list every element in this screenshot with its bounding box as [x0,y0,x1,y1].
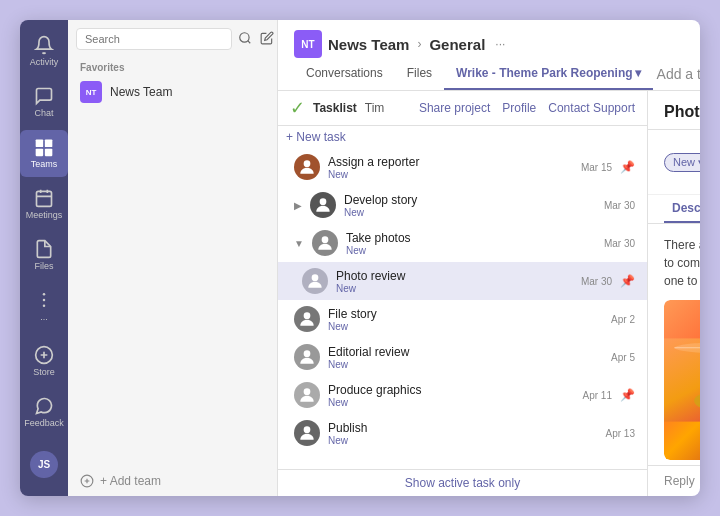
status-badge[interactable]: New ▾ [664,153,700,172]
nav-item-more[interactable]: ... [20,282,68,329]
task-avatar [312,230,338,256]
task-name: Produce graphics [328,383,575,397]
task-avatar [310,192,336,218]
tab-wrike-label: Wrike - Theme Park Reopening [456,66,633,80]
detail-body: There are a lot more photos to come, but… [648,224,700,465]
search-bar [68,20,277,58]
task-name: Develop story [344,193,596,207]
wrike-panel: ✓ Tasklist Tim Share project Profile Con… [278,91,700,496]
task-item[interactable]: Editorial review New Apr 5 [278,338,647,376]
task-toolbar-right: Share project Profile Contact Support [419,101,635,115]
task-item[interactable]: Produce graphics New Apr 11 📌 [278,376,647,414]
sidebar: Favorites NT News Team + Add team [68,20,278,496]
svg-rect-1 [45,140,53,148]
detail-description: There are a lot more photos to come, but… [664,236,700,290]
svg-point-22 [304,350,311,357]
reply-placeholder[interactable]: Reply [664,474,695,488]
nav-label-chat: Chat [34,108,53,118]
tab-description[interactable]: Description [664,195,700,223]
channel-name: General [429,36,485,53]
tasklist-tab-label[interactable]: Tasklist [313,101,357,115]
detail-tabs: Description Subtasks [648,195,700,224]
svg-rect-0 [36,140,44,148]
task-pin-icon: 📌 [620,388,635,402]
svg-point-10 [43,304,46,307]
channel-team-avatar: NT [294,30,322,58]
edit-icon[interactable] [258,29,276,50]
new-task-label: + New task [286,130,346,144]
tab-files[interactable]: Files [395,58,444,90]
task-date: Apr 13 [606,428,635,439]
task-info: Editorial review New [328,345,603,370]
task-item[interactable]: Publish New Apr 13 [278,414,647,452]
person-tab-label[interactable]: Tim [365,101,385,115]
main-panel: NT News Team › General ··· Conversations… [278,20,700,496]
nav-item-activity[interactable]: Activity [20,28,68,75]
add-team-label: + Add team [100,474,161,488]
contact-support-link[interactable]: Contact Support [548,101,635,115]
svg-point-18 [320,198,327,205]
task-avatar [294,420,320,446]
task-toolbar: ✓ Tasklist Tim Share project Profile Con… [278,91,647,126]
task-info: Assign a reporter New [328,155,573,180]
task-info: Produce graphics New [328,383,575,408]
status-badge-label: New [673,156,695,168]
task-status: New [336,283,573,294]
add-team-btn[interactable]: + Add team [68,466,277,496]
collapse-icon[interactable]: ▼ [294,238,304,249]
search-icon[interactable] [236,29,254,50]
nav-item-files[interactable]: Files [20,232,68,279]
sidebar-team-item-newsroom[interactable]: NT News Team [68,77,277,107]
profile-link[interactable]: Profile [502,101,536,115]
task-list: Assign a reporter New Mar 15 📌 ▶ D [278,148,647,469]
collapse-icon[interactable]: ▶ [294,200,302,211]
nav-item-feedback[interactable]: Feedback [20,388,68,435]
user-avatar[interactable]: JS [30,451,58,478]
search-input[interactable] [76,28,232,50]
svg-point-12 [240,32,249,41]
left-nav: Activity Chat Teams Meetings [20,20,68,496]
task-info: Photo review New [336,269,573,294]
task-item[interactable]: File story New Apr 2 [278,300,647,338]
nav-item-store[interactable]: Store [20,337,68,384]
task-name: Publish [328,421,598,435]
task-date: Mar 30 [604,238,635,249]
tab-conversations[interactable]: Conversations [294,58,395,90]
nav-item-chat[interactable]: Chat [20,79,68,126]
task-status: New [344,207,596,218]
svg-point-20 [312,274,319,281]
nav-label-files: Files [34,261,53,271]
share-project-link[interactable]: Share project [419,101,490,115]
task-name: File story [328,307,603,321]
task-avatar [294,306,320,332]
task-info: File story New [328,307,603,332]
tab-add-button[interactable]: Add a tab [653,58,700,90]
task-name: Editorial review [328,345,603,359]
task-pin-icon: 📌 [620,274,635,288]
nav-label-more: ... [40,312,48,322]
tab-wrike[interactable]: Wrike - Theme Park Reopening ▾ [444,58,653,90]
nav-label-feedback: Feedback [24,418,64,428]
detail-title: Photo review [664,103,700,121]
channel-more-icon[interactable]: ··· [495,37,505,51]
svg-rect-4 [37,191,52,206]
task-item[interactable]: Photo review New Mar 30 📌 [278,262,647,300]
check-icon: ✓ [290,97,305,119]
task-avatar [294,154,320,180]
task-item[interactable]: ▼ Take photos New Mar 30 [278,224,647,262]
task-item[interactable]: Assign a reporter New Mar 15 📌 [278,148,647,186]
nav-item-teams[interactable]: Teams [20,130,68,177]
nav-item-meetings[interactable]: Meetings [20,181,68,228]
task-status: New [328,397,575,408]
channel-team-name: News Team [328,36,409,53]
show-active-task-btn[interactable]: Show active task only [278,469,647,496]
task-date: Mar 30 [604,200,635,211]
task-info: Take photos New [346,231,596,256]
new-task-button[interactable]: + New task [278,126,647,148]
task-item[interactable]: ▶ Develop story New Mar 30 [278,186,647,224]
task-date: Apr 2 [611,314,635,325]
detail-image [664,300,700,460]
svg-point-9 [43,299,46,302]
favorites-label: Favorites [68,58,277,77]
task-status: New [328,321,603,332]
